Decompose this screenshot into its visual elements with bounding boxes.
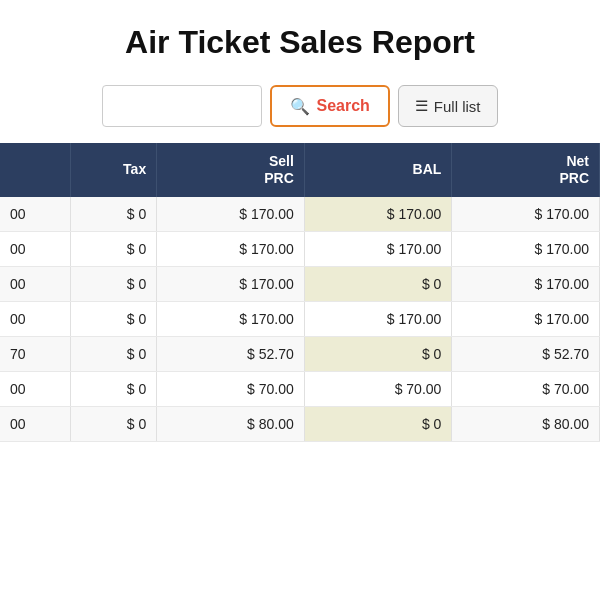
list-icon: ☰ (415, 97, 428, 115)
cell-bal: $ 170.00 (304, 197, 452, 232)
cell-net_prc: $ 80.00 (452, 406, 600, 441)
cell-bal: $ 170.00 (304, 231, 452, 266)
table-row: 00$ 0$ 170.00$ 170.00$ 170.00 (0, 231, 600, 266)
search-input-wrap (102, 85, 262, 127)
col-tax-header: Tax (71, 143, 157, 197)
cell-col1: 70 (0, 336, 71, 371)
table-row: 00$ 0$ 70.00$ 70.00$ 70.00 (0, 371, 600, 406)
cell-net_prc: $ 170.00 (452, 197, 600, 232)
cell-bal: $ 70.00 (304, 371, 452, 406)
cell-col1: 00 (0, 371, 71, 406)
col-bal-header: BAL (304, 143, 452, 197)
cell-col1: 00 (0, 406, 71, 441)
cell-tax: $ 0 (71, 406, 157, 441)
cell-sell_prc: $ 170.00 (157, 301, 305, 336)
cell-tax: $ 0 (71, 301, 157, 336)
search-button[interactable]: 🔍 Search (270, 85, 389, 127)
cell-net_prc: $ 170.00 (452, 231, 600, 266)
table-row: 00$ 0$ 170.00$ 170.00$ 170.00 (0, 301, 600, 336)
cell-net_prc: $ 170.00 (452, 266, 600, 301)
search-button-label: Search (316, 97, 369, 115)
cell-tax: $ 0 (71, 371, 157, 406)
cell-bal: $ 0 (304, 336, 452, 371)
fulllist-button[interactable]: ☰ Full list (398, 85, 498, 127)
cell-col1: 00 (0, 301, 71, 336)
cell-sell_prc: $ 80.00 (157, 406, 305, 441)
col-col1-header (0, 143, 71, 197)
cell-tax: $ 0 (71, 336, 157, 371)
cell-col1: 00 (0, 197, 71, 232)
table-wrap: Tax SellPRC BAL NetPRC 00$ 0$ 170.00$ 17… (0, 143, 600, 442)
cell-bal: $ 0 (304, 406, 452, 441)
toolbar: 🔍 Search ☰ Full list (0, 77, 600, 143)
sales-table: Tax SellPRC BAL NetPRC 00$ 0$ 170.00$ 17… (0, 143, 600, 442)
col-sellprc-header: SellPRC (157, 143, 305, 197)
table-header-row: Tax SellPRC BAL NetPRC (0, 143, 600, 197)
fulllist-button-label: Full list (434, 98, 481, 115)
cell-sell_prc: $ 170.00 (157, 197, 305, 232)
cell-net_prc: $ 170.00 (452, 301, 600, 336)
cell-col1: 00 (0, 266, 71, 301)
cell-sell_prc: $ 170.00 (157, 231, 305, 266)
table-row: 00$ 0$ 80.00$ 0$ 80.00 (0, 406, 600, 441)
col-netprc-header: NetPRC (452, 143, 600, 197)
cell-sell_prc: $ 70.00 (157, 371, 305, 406)
cell-col1: 00 (0, 231, 71, 266)
cell-sell_prc: $ 52.70 (157, 336, 305, 371)
table-row: 00$ 0$ 170.00$ 0$ 170.00 (0, 266, 600, 301)
cell-sell_prc: $ 170.00 (157, 266, 305, 301)
cell-tax: $ 0 (71, 197, 157, 232)
cell-tax: $ 0 (71, 266, 157, 301)
cell-net_prc: $ 52.70 (452, 336, 600, 371)
cell-bal: $ 0 (304, 266, 452, 301)
cell-tax: $ 0 (71, 231, 157, 266)
cell-net_prc: $ 70.00 (452, 371, 600, 406)
search-input[interactable] (102, 85, 262, 127)
search-icon: 🔍 (290, 97, 310, 116)
page-title: Air Ticket Sales Report (0, 0, 600, 77)
table-row: 70$ 0$ 52.70$ 0$ 52.70 (0, 336, 600, 371)
table-row: 00$ 0$ 170.00$ 170.00$ 170.00 (0, 197, 600, 232)
cell-bal: $ 170.00 (304, 301, 452, 336)
